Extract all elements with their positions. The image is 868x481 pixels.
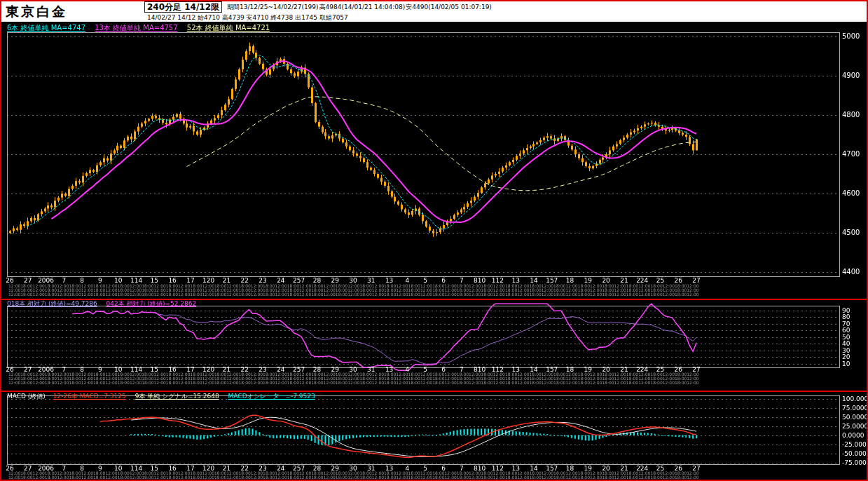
trading-chart-window: 5000490048004700460045004400908070605040… <box>0 0 868 481</box>
main-chart-legend: 6本 終値単純 MA=4747 13本 終値単純 MA=4757 52本 終値単… <box>7 23 277 33</box>
timeframe-contract: 240分足 14/12限 <box>144 1 222 13</box>
macd-line-legend: 12-26本 MACD=7.3125 <box>53 393 126 400</box>
macd-legend-title: MACD (終値) <box>7 393 46 400</box>
period-range: 期間13/12/25~14/02/27(199) <box>227 4 319 11</box>
macd-signal-legend: 9本 単純 シグナル=15.2648 <box>135 393 219 400</box>
panel-separator <box>1 299 867 300</box>
period-high: 高4984(14/01/21 14:04:08) <box>319 4 406 11</box>
instrument-title: 東京白金 <box>6 3 67 21</box>
macd-legend: MACD (終値) 12-26本 MACD=7.3125 9本 単純 シグナル=… <box>7 392 322 401</box>
ma52-legend: 52本 終値単純 MA=4721 <box>187 24 270 32</box>
last-quote-info: 14/02/27 14/12 始4710 高4739 安4710 終4738 出… <box>147 13 348 22</box>
rsi-legend: 018本 相対力 (終値)=49.7286 042本 相対力 (終値)=52.2… <box>7 299 203 309</box>
rsi42-legend: 042本 相対力 (終値)=52.2862 <box>106 300 197 307</box>
macd-osc-legend: MACDオシレーター=-7.9523 <box>228 393 315 400</box>
panel-separator <box>1 391 867 392</box>
rsi18-legend: 018本 相対力 (終値)=49.7286 <box>7 300 97 307</box>
period-info: 期間13/12/25~14/02/27(199)高4984(14/01/21 1… <box>227 3 492 12</box>
ma13-legend: 13本 終値単純 MA=4757 <box>95 24 177 32</box>
ma6-legend: 6本 終値単純 MA=4747 <box>7 24 85 32</box>
period-low: 安4490(14/02/05 01:07:19) <box>406 4 492 11</box>
header-bar: 東京白金 240分足 14/12限 期間13/12/25~14/02/27(19… <box>1 1 867 22</box>
chart-canvas[interactable] <box>1 1 867 480</box>
